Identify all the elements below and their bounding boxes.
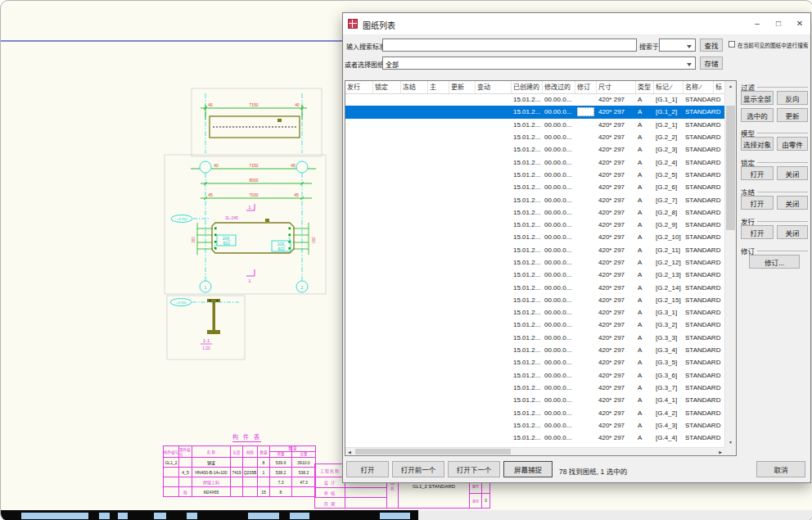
visible-drawings-checkbox[interactable] (729, 41, 735, 47)
table-row[interactable]: 15.01.2...00.00.0...420* 297A[G.2_2]STAN… (345, 131, 724, 143)
col-header-size[interactable]: 尺寸 (597, 81, 636, 93)
taskbar-item[interactable] (154, 513, 166, 519)
table-row[interactable]: 15.01.2...00.00.0...420* 297A[G.3_6]STAN… (345, 369, 724, 382)
col-header-type[interactable]: 类型 (636, 81, 654, 93)
vertical-scroll-thumb[interactable] (726, 106, 735, 230)
part-table-cell (243, 458, 258, 467)
lock-on-button[interactable]: 打开 (741, 166, 774, 180)
issue-off-button[interactable]: 关闭 (777, 225, 808, 239)
select-objects-button[interactable]: 选择对象 (741, 137, 774, 151)
update-button[interactable]: 更新 (777, 108, 808, 122)
taskbar-item[interactable] (290, 513, 309, 519)
show-all-button[interactable]: 显示全部 (741, 91, 774, 105)
part-table-row: GL1_2钢梁8539.93910.0 (164, 458, 315, 468)
issue-on-button[interactable]: 打开 (741, 225, 774, 239)
table-row[interactable]: 15.01.2...00.00.0...420* 297A[G.2_8]STAN… (345, 206, 724, 219)
table-row[interactable]: 15.01.2...00.00.0...420* 297A[G.3_7]STAN… (345, 382, 724, 394)
col-header-name[interactable]: 名称 ∕ (683, 81, 714, 93)
col-header-revision[interactable]: 修订 (575, 81, 597, 93)
table-row[interactable]: 15.01.2...00.00.0...420* 297A[G.4_2]STAN… (345, 406, 724, 418)
find-button[interactable]: 查找 (700, 38, 723, 52)
col-header-mark[interactable]: 标记 ∕ (654, 81, 683, 93)
horizontal-scroll-thumb[interactable] (355, 449, 511, 454)
open-next-button[interactable]: 打开下一个 (448, 461, 500, 477)
table-cell-modified: 00.00.0... (543, 422, 575, 429)
taskbar-item[interactable] (248, 513, 279, 519)
scroll-up-icon[interactable]: ▲ (725, 84, 736, 88)
col-header-issue[interactable]: 发行 (345, 81, 373, 93)
revision-button[interactable]: 修订... (749, 255, 800, 269)
search-input[interactable] (382, 38, 637, 52)
table-row[interactable]: 15.01.2...00.00.0...420* 297A[G.3_3]STAN… (345, 332, 724, 344)
taskbar-item[interactable] (118, 513, 128, 519)
table-row[interactable]: 15.01.2...00.00.0...420* 297A[G.2_9]STAN… (345, 219, 724, 231)
col-header-title[interactable]: 标 (714, 81, 725, 93)
horizontal-scrollbar[interactable]: ◀ ▶ (345, 447, 724, 455)
table-row[interactable]: 15.01.2...00.00.0...420* 297A[G.3_1]STAN… (345, 306, 724, 319)
col-header-update[interactable]: 更新 (449, 81, 476, 93)
freeze-off-button[interactable]: 关闭 (777, 196, 808, 210)
scroll-down-icon[interactable]: ▼ (725, 440, 736, 445)
table-row[interactable]: 15.01.2...00.00.0...420* 297A[G.4_3]STAN… (345, 419, 724, 432)
table-cell-modified: 00.00.0... (543, 359, 575, 366)
table-row[interactable]: 15.01.2...00.00.0...420* 297A[G.4_4]STAN… (345, 432, 724, 444)
save-button[interactable]: 存储 (700, 57, 723, 70)
col-header-lock[interactable]: 锁定 (373, 81, 401, 93)
vertical-scrollbar[interactable]: ▲ ▼ (724, 81, 736, 447)
table-row[interactable]: 15.01.2...00.00.0...420* 297A[G.3_2]STAN… (345, 319, 724, 331)
search-in-combobox[interactable] (659, 38, 696, 52)
table-row[interactable]: 15.01.2...00.00.0...420* 297A[G.2_6]STAN… (345, 181, 724, 193)
open-previous-button[interactable]: 打开前一个 (392, 461, 444, 477)
table-cell-mark: [G.2_14] (654, 284, 683, 292)
table-cell-name: STANDARD (683, 246, 724, 254)
taskbar-item[interactable] (21, 513, 88, 519)
table-row[interactable]: 15.01.2...00.00.0...420* 297A[G.2_10]STA… (345, 231, 724, 243)
cancel-button[interactable]: 取消 (756, 461, 805, 477)
maximize-button[interactable]: □ (768, 13, 789, 34)
table-cell-mark: [G.1_1] (654, 96, 683, 103)
open-button[interactable]: 打开 (346, 461, 389, 477)
table-row[interactable]: 15.01.2...00.00.0...420* 297A[G.2_4]STAN… (345, 156, 724, 168)
tb-sheet-value: 0 (482, 494, 489, 508)
table-row[interactable]: 15.01.2...00.00.0...420* 297A[G.2_7]STAN… (345, 193, 724, 206)
table-row[interactable]: 15.01.2...00.00.0...420* 297A[G.2_13]STA… (345, 269, 724, 281)
table-row[interactable]: 15.01.2...00.00.0...420* 297A[G.2_3]STAN… (345, 143, 724, 156)
dialog-titlebar[interactable]: 图纸列表 – □ ✕ (343, 13, 810, 35)
col-header-modified[interactable]: 修改过的 (543, 81, 575, 93)
taskbar-item[interactable] (380, 513, 410, 519)
invert-button[interactable]: 反向 (777, 91, 808, 105)
pt-col-header: 构件编号 (164, 446, 179, 457)
part-table-cell: M24X65 (192, 487, 231, 496)
table-row[interactable]: 15.01.2...00.00.0...420* 297A[G.2_12]STA… (345, 256, 724, 269)
col-header-created[interactable]: 已创建的 (512, 81, 543, 93)
table-row[interactable]: 15.01.2...00.00.0...420* 297A[G.1_1]STAN… (345, 93, 724, 106)
minimize-button[interactable]: – (747, 13, 768, 34)
taskbar-item[interactable] (99, 513, 110, 519)
scroll-right-icon[interactable]: ▶ (719, 450, 722, 454)
lock-off-button[interactable]: 关闭 (777, 166, 808, 180)
table-row[interactable]: 15.01.2...00.00.0...420* 297A[G.4_1]STAN… (345, 394, 724, 406)
snapshot-button[interactable]: 屏幕捕捉 (503, 461, 553, 477)
revision-edit-cell[interactable] (577, 107, 594, 116)
close-button[interactable]: ✕ (789, 13, 810, 34)
table-row[interactable]: 15.01.2...00.00.0...420* 297A[G.2_15]STA… (345, 294, 724, 306)
freeze-on-button[interactable]: 打开 (741, 196, 774, 210)
table-row[interactable]: 15.01.2...00.00.0...420* 297A[G.2_5]STAN… (345, 169, 724, 181)
table-row[interactable]: 15.01.2...00.00.0...420* 297A[G.1_2]STAN… (345, 106, 724, 118)
elev-left-dim: 300 (192, 237, 196, 243)
table-cell-name: STANDARD (683, 384, 724, 391)
table-row[interactable]: 15.01.2...00.00.0...420* 297A[G.2_14]STA… (345, 281, 724, 293)
weld-mark (265, 219, 269, 222)
col-header-freeze[interactable]: 冻结 (401, 81, 428, 93)
table-row[interactable]: 15.01.2...00.00.0...420* 297A[G.3_4]STAN… (345, 344, 724, 356)
col-header-change[interactable]: 变动 (476, 81, 512, 93)
col-header-main[interactable]: 主 (428, 81, 449, 93)
selected-button[interactable]: 选中的 (741, 108, 774, 122)
scroll-left-icon[interactable]: ◀ (348, 450, 351, 454)
table-row[interactable]: 15.01.2...00.00.0...420* 297A[G.3_5]STAN… (345, 356, 724, 369)
table-row[interactable]: 15.01.2...00.00.0...420* 297A[G.2_1]STAN… (345, 119, 724, 131)
by-parts-button[interactable]: 由零件 (777, 137, 808, 151)
taskbar-item[interactable] (187, 513, 197, 519)
drawing-settings-combobox[interactable]: 全部 (382, 57, 696, 70)
table-row[interactable]: 15.01.2...00.00.0...420* 297A[G.2_11]STA… (345, 244, 724, 256)
